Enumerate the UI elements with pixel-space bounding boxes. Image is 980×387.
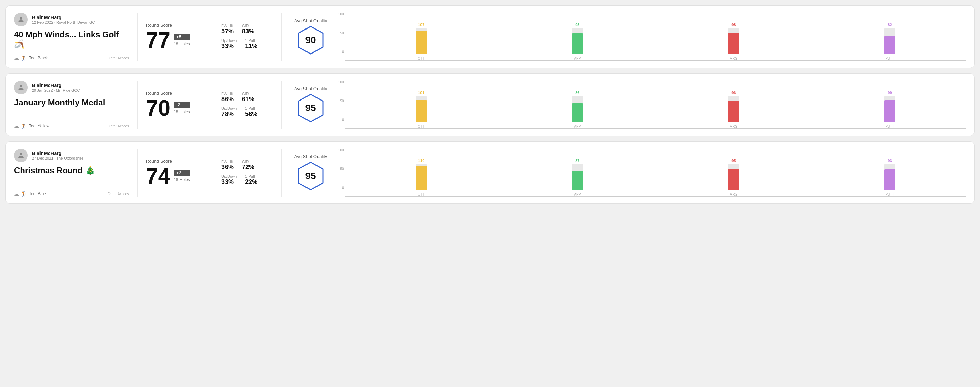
stat-one-putt-label: 1 Putt <box>245 38 258 43</box>
bar-label-putt: PUTT <box>885 57 894 60</box>
bar-outer-ott <box>416 28 427 54</box>
stat-gir-label: GIR <box>242 24 255 28</box>
bar-label-ott: OTT <box>418 57 425 60</box>
card-stats-round2: FW Hit 86% GIR 61% Up/Down 78% 1 Putt <box>213 81 282 128</box>
stat-gir-value: 83% <box>242 28 255 35</box>
stats-row-top: FW Hit 36% GIR 72% <box>221 160 273 171</box>
bar-group-arg: 96 ARG <box>658 90 810 128</box>
score-main: 70 -2 18 Holes <box>146 97 205 119</box>
hexagon-wrapper: 90 <box>295 25 326 56</box>
stat-one-putt: 1 Putt 22% <box>245 174 258 186</box>
stat-updown-label: Up/Down <box>221 174 237 178</box>
score-label: Round Score <box>146 23 205 28</box>
avatar <box>14 149 28 162</box>
bar-group-ott: 101 OTT <box>345 90 497 128</box>
bar-outer-putt <box>884 28 895 54</box>
score-main: 74 +2 18 Holes <box>146 165 205 187</box>
svg-point-0 <box>19 17 22 19</box>
stat-gir: GIR 83% <box>242 24 255 35</box>
bar-outer-ott <box>416 164 427 190</box>
stat-fw-hit-value: 36% <box>221 163 234 171</box>
stat-updown-value: 33% <box>221 43 237 50</box>
bar-group-arg: 98 ARG <box>658 23 810 60</box>
bar-label-arg: ARG <box>730 192 738 196</box>
bar-fill-app <box>572 103 583 122</box>
user-icon <box>17 151 25 160</box>
bar-group-putt: 99 PUTT <box>814 90 966 128</box>
quality-label: Avg Shot Quality <box>294 18 328 23</box>
bar-value-putt: 82 <box>888 23 892 27</box>
quality-left: Avg Shot Quality 95 <box>290 86 331 124</box>
stat-one-putt: 1 Putt 11% <box>245 38 258 50</box>
stat-gir: GIR 72% <box>242 160 255 171</box>
bag-icon: 🏌 <box>21 191 27 197</box>
bar-value-app: 87 <box>575 159 579 163</box>
bar-label-putt: PUTT <box>885 192 894 196</box>
bar-group-app: 95 APP <box>501 23 654 60</box>
bar-chart: 100 50 0 101 OTT 86 AP <box>338 81 966 128</box>
tee-info: ☁ 🏌 Tee: Black <box>14 55 48 61</box>
bar-label-app: APP <box>574 192 581 196</box>
y-label-0: 0 <box>338 186 344 190</box>
weather-icon: ☁ <box>14 191 19 197</box>
bar-fill-ott <box>416 100 427 122</box>
stat-updown-value: 33% <box>221 178 237 186</box>
y-label-100: 100 <box>338 149 344 152</box>
data-source: Data: Arccos <box>108 192 129 196</box>
stat-one-putt-value: 22% <box>245 178 258 186</box>
y-label-100: 100 <box>338 13 344 16</box>
stat-updown-label: Up/Down <box>221 38 237 43</box>
score-number: 74 <box>146 165 170 187</box>
bar-fill-arg <box>728 101 739 122</box>
score-number: 77 <box>146 29 170 51</box>
hex-score: 90 <box>305 35 316 46</box>
user-icon <box>17 83 25 92</box>
score-holes: 18 Holes <box>174 109 190 114</box>
bar-value-app: 86 <box>575 90 579 95</box>
user-details: Blair McHarg 29 Jan 2022 · Mill Ride GCC <box>32 82 80 92</box>
score-main: 77 +5 18 Holes <box>146 29 205 51</box>
tee-label: Tee: Black <box>29 56 48 60</box>
bar-fill-putt <box>884 36 895 54</box>
hex-score: 95 <box>305 103 316 114</box>
bar-label-app: APP <box>574 57 581 60</box>
stat-fw-hit: FW Hit 57% <box>221 24 234 35</box>
stats-row-top: FW Hit 57% GIR 83% <box>221 24 273 35</box>
bar-label-ott: OTT <box>418 192 425 196</box>
bag-icon: 🏌 <box>21 55 27 61</box>
data-source: Data: Arccos <box>108 56 129 60</box>
card-score-round1: Round Score 77 +5 18 Holes <box>138 13 213 61</box>
stat-updown-label: Up/Down <box>221 106 237 111</box>
score-number: 70 <box>146 97 170 119</box>
y-label-100: 100 <box>338 81 344 84</box>
user-icon <box>17 16 25 24</box>
stats-row-bottom: Up/Down 33% 1 Putt 22% <box>221 174 273 186</box>
user-date: 12 Feb 2022 · Royal North Devon GC <box>32 20 95 24</box>
bar-chart: 100 50 0 107 OTT 95 AP <box>338 13 966 61</box>
card-footer: ☁ 🏌 Tee: Blue Data: Arccos <box>14 191 129 197</box>
user-name: Blair McHarg <box>32 15 95 20</box>
user-name: Blair McHarg <box>32 151 83 156</box>
tee-label: Tee: Blue <box>29 192 46 196</box>
round-title: 40 Mph Winds... Links Golf 🪃 <box>14 30 129 49</box>
bar-fill-app <box>572 33 583 54</box>
bar-value-ott: 107 <box>418 23 424 27</box>
card-left-round2: Blair McHarg 29 Jan 2022 · Mill Ride GCC… <box>14 81 138 128</box>
user-details: Blair McHarg 27 Dec 2021 · The Oxfordshi… <box>32 151 83 160</box>
card-left-round3: Blair McHarg 27 Dec 2021 · The Oxfordshi… <box>14 149 138 197</box>
y-label-50: 50 <box>338 32 344 35</box>
bar-group-putt: 82 PUTT <box>814 23 966 60</box>
bar-label-arg: ARG <box>730 125 738 128</box>
stats-row-bottom: Up/Down 78% 1 Putt 56% <box>221 106 273 118</box>
bar-value-arg: 96 <box>732 90 736 95</box>
bar-outer-putt <box>884 164 895 190</box>
y-axis: 100 50 0 <box>338 81 344 128</box>
bar-value-putt: 99 <box>888 90 892 95</box>
stat-one-putt: 1 Putt 56% <box>245 106 258 118</box>
bar-fill-ott <box>416 30 427 54</box>
user-info: Blair McHarg 27 Dec 2021 · The Oxfordshi… <box>14 149 129 162</box>
hex-score: 95 <box>305 171 316 181</box>
bar-group-app: 87 APP <box>501 159 654 196</box>
round-card-round3: Blair McHarg 27 Dec 2021 · The Oxfordshi… <box>5 141 975 204</box>
stat-one-putt-label: 1 Putt <box>245 106 258 111</box>
